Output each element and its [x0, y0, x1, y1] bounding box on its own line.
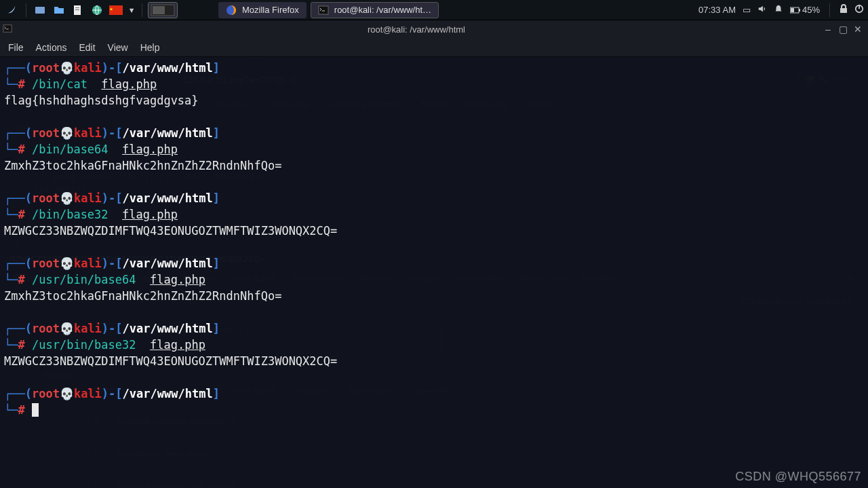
- svg-rect-5: [153, 6, 165, 14]
- minimize-button[interactable]: –: [823, 24, 833, 34]
- xfce-taskbar: ▾ Mozilla Firefox root@kali: /var/www/ht…: [0, 0, 868, 20]
- watermark: CSDN @WHQ556677: [735, 470, 861, 484]
- svg-rect-3: [109, 5, 123, 15]
- svg-rect-11: [840, 8, 847, 13]
- battery-percent: 45%: [802, 5, 820, 15]
- lock-icon[interactable]: [840, 4, 848, 16]
- show-desktop-icon[interactable]: [32, 2, 48, 18]
- terminal-icon: [0, 24, 15, 35]
- taskbar-right: 07:33 AM ▭ 45%: [698, 3, 864, 17]
- display-icon[interactable]: ▭: [743, 5, 751, 15]
- notification-bell-icon[interactable]: [774, 4, 783, 16]
- svg-rect-0: [35, 7, 45, 14]
- terminal-body[interactable]: ┌──(root💀kali)-[/var/www/html] └─# /bin/…: [0, 57, 868, 488]
- svg-rect-7: [319, 6, 328, 14]
- files-icon[interactable]: [51, 2, 67, 18]
- terminal-title: root@kali: /var/www/html: [15, 24, 818, 35]
- taskbar-app-terminal[interactable]: root@kali: /var/www/ht…: [311, 2, 439, 18]
- power-icon[interactable]: [854, 4, 864, 16]
- menu-view[interactable]: View: [108, 42, 128, 53]
- svg-rect-9: [799, 9, 800, 12]
- taskbar-app-label: root@kali: /var/www/ht…: [334, 5, 431, 15]
- text-editor-icon[interactable]: [70, 2, 86, 18]
- menu-actions[interactable]: Actions: [36, 42, 67, 53]
- chevron-down-icon[interactable]: ▾: [127, 2, 136, 18]
- battery-indicator[interactable]: 45%: [790, 5, 820, 15]
- terminal-window: root@kali: /var/www/html – ▢ ✕ File Acti…: [0, 20, 868, 488]
- clock[interactable]: 07:33 AM: [698, 5, 736, 15]
- menu-edit[interactable]: Edit: [79, 42, 95, 53]
- svg-rect-13: [859, 5, 860, 9]
- flag-cn-icon[interactable]: [108, 2, 124, 18]
- volume-icon[interactable]: [757, 4, 767, 16]
- taskbar-app-firefox[interactable]: Mozilla Firefox: [218, 2, 307, 18]
- maximize-button[interactable]: ▢: [838, 24, 848, 34]
- menu-file[interactable]: File: [8, 42, 24, 53]
- terminal-titlebar[interactable]: root@kali: /var/www/html – ▢ ✕: [0, 20, 868, 38]
- menu-help[interactable]: Help: [140, 42, 160, 53]
- cursor: [32, 403, 39, 417]
- svg-rect-14: [3, 24, 12, 32]
- terminal-menubar: File Actions Edit View Help: [0, 38, 868, 57]
- taskbar-app-label: Mozilla Firefox: [242, 5, 299, 15]
- svg-rect-10: [791, 8, 794, 12]
- taskbar-apps: Mozilla Firefox root@kali: /var/www/ht…: [218, 2, 439, 18]
- browser-icon[interactable]: [89, 2, 105, 18]
- workspace-switcher[interactable]: [148, 2, 178, 18]
- kali-menu-icon[interactable]: [4, 2, 20, 18]
- close-button[interactable]: ✕: [853, 24, 863, 34]
